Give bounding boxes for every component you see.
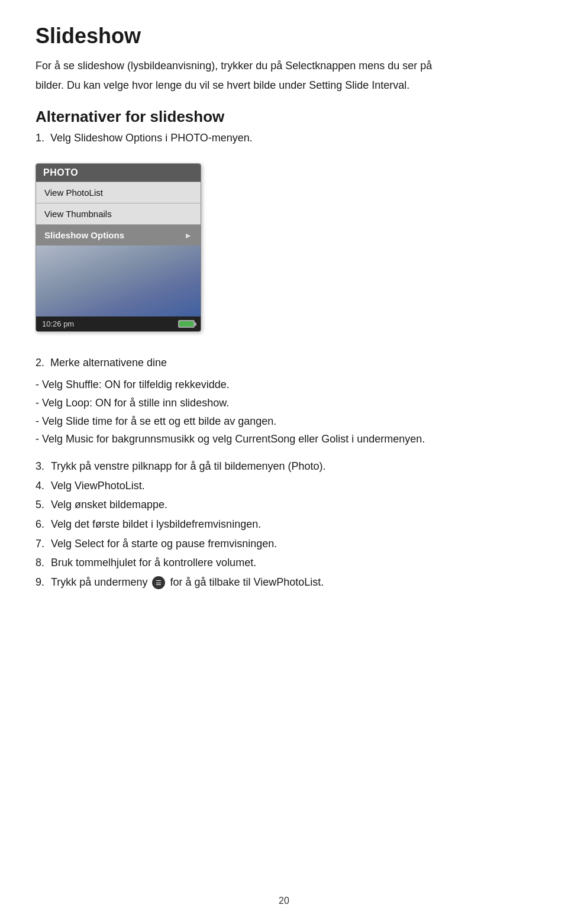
photo-menu-widget: PHOTO View PhotoList View Thumbnails Sli… <box>36 163 201 332</box>
bullet-list: - Velg Shuffle: ON for tilfeldig rekkevi… <box>36 376 532 448</box>
step-8: 8. Bruk tommelhjulet for å kontrollere v… <box>36 554 532 572</box>
step-8-num: 8. <box>36 554 51 572</box>
bullet-item-4: - Velg Music for bakgrunnsmusikk og velg… <box>36 431 532 448</box>
page-number: 20 <box>279 896 289 906</box>
photo-menu-item-1: View PhotoList <box>36 182 201 203</box>
step-7-num: 7. <box>36 535 51 553</box>
step-9-text: Trykk på undermeny ☰ for å gå tilbake ti… <box>51 573 324 592</box>
step-9: 9. Trykk på undermeny ☰ for å gå tilbake… <box>36 573 532 592</box>
step-9-num: 9. <box>36 573 51 592</box>
step-4-num: 4. <box>36 477 51 495</box>
step-4: 4. Velg ViewPhotoList. <box>36 477 532 495</box>
steps-section: 2. Merke alternativene dine - Velg Shuff… <box>36 357 532 591</box>
step2-header: 2. Merke alternativene dine <box>36 357 532 369</box>
step-6-text: Velg det første bildet i lysbildefremvis… <box>51 515 261 534</box>
step-5-num: 5. <box>36 496 51 514</box>
bullet-item-3: - Velg Slide time for å se ett og ett bi… <box>36 413 532 430</box>
intro-line1: For å se slideshow (lysbildeanvisning), … <box>36 58 532 74</box>
status-time: 10:26 pm <box>42 319 74 328</box>
battery-icon <box>178 320 195 328</box>
photo-menu-image <box>36 245 201 316</box>
photo-menu-screenshot: PHOTO View PhotoList View Thumbnails Sli… <box>36 163 201 332</box>
step-3-num: 3. <box>36 457 51 476</box>
step-3: 3. Trykk på venstre pilknapp for å gå ti… <box>36 457 532 476</box>
submenu-arrow-icon: ► <box>184 231 192 240</box>
menu-icon: ☰ <box>152 576 165 589</box>
photo-menu-item-3: Slideshow Options ► <box>36 224 201 245</box>
photo-menu-statusbar: 10:26 pm <box>36 316 201 331</box>
bullet-item-1: - Velg Shuffle: ON for tilfeldig rekkevi… <box>36 376 532 393</box>
step-5-text: Velg ønsket bildemappe. <box>51 496 167 514</box>
step-3-text: Trykk på venstre pilknapp for å gå til b… <box>51 457 326 476</box>
step-7-text: Velg Select for å starte og pause fremvi… <box>51 535 277 553</box>
step-7: 7. Velg Select for å starte og pause fre… <box>36 535 532 553</box>
step-4-text: Velg ViewPhotoList. <box>51 477 145 495</box>
step1-label: 1. Velg Slideshow Options i PHOTO-menyen… <box>36 132 532 144</box>
step-8-text: Bruk tommelhjulet for å kontrollere volu… <box>51 554 256 572</box>
bullet-item-2: - Velg Loop: ON for å stille inn slidesh… <box>36 395 532 412</box>
numbered-steps: 3. Trykk på venstre pilknapp for å gå ti… <box>36 457 532 591</box>
step-6: 6. Velg det første bildet i lysbildefrem… <box>36 515 532 534</box>
section-heading: Alternativer for slideshow <box>36 108 532 126</box>
page-title: Slideshow <box>36 24 532 49</box>
photo-menu-header: PHOTO <box>36 164 201 182</box>
intro-line2: bilder. Du kan velge hvor lenge du vil s… <box>36 77 532 93</box>
step-6-num: 6. <box>36 515 51 534</box>
photo-menu-item-2: View Thumbnails <box>36 203 201 224</box>
step-5: 5. Velg ønsket bildemappe. <box>36 496 532 514</box>
